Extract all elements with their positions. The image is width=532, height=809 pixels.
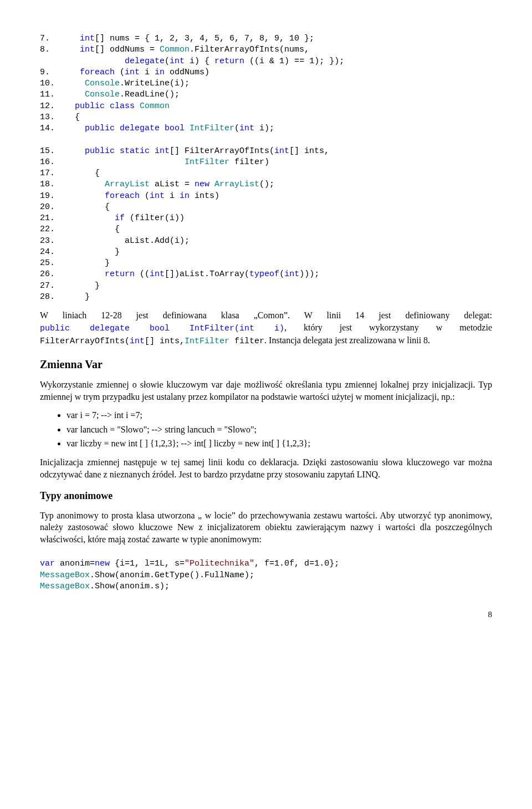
line-number: 18.: [40, 180, 60, 189]
code-token: .WriteLine(i);: [120, 79, 190, 88]
code-token: Console: [60, 90, 120, 99]
code-line: 24. }: [40, 247, 492, 258]
line-number: 11.: [40, 90, 60, 99]
paragraph-var-2: Inicjalizacja zmiennej następuje w tej s…: [40, 456, 492, 480]
line-number: 17.: [40, 169, 60, 178]
code-token: int: [60, 34, 95, 43]
paragraph-var-1: Wykorzystanie zmiennej o słowie kluczowy…: [40, 379, 492, 403]
code-line: 13. {: [40, 112, 492, 123]
code-line: 19. foreach (int i in ints): [40, 191, 492, 202]
code-token: public static int: [60, 146, 170, 156]
code-token: .FilterArrayOfInts(nums,: [190, 45, 309, 54]
code-token: {i=1, l=1L, s=: [110, 559, 185, 568]
code-line: var anonim=new {i=1, l=1L, s="Politechni…: [40, 558, 492, 569]
code-token: {: [60, 225, 120, 234]
code-token: return: [214, 57, 244, 66]
code-token: [209, 180, 214, 189]
code-line: 21. if (filter(i)): [40, 213, 492, 224]
code-line: 8. int[] oddNums = Common.FilterArrayOfI…: [40, 44, 492, 55]
page-number: 8: [40, 609, 492, 620]
code-token: "Politechnika": [185, 559, 254, 568]
text: , który jest wykorzystany w metodzie: [284, 323, 492, 332]
code-token: MessageBox: [40, 582, 90, 591]
code-token: (: [165, 57, 170, 66]
code-token: {: [60, 113, 80, 122]
code-token: public class: [60, 101, 140, 111]
code-line: 16. IntFilter filter): [40, 157, 492, 168]
code-line: 18. ArrayList aList = new ArrayList();: [40, 179, 492, 190]
line-number: 13.: [40, 113, 60, 122]
code-token: typeof: [249, 269, 279, 279]
code-token: Console: [60, 79, 120, 88]
code-token: IntFilter: [60, 157, 229, 167]
code-line: 11. Console.ReadLine();: [40, 89, 492, 100]
line-number: 20.: [40, 202, 60, 212]
code-line: 15. public static int[] FilterArrayOfInt…: [40, 146, 492, 157]
list-item: var liczby = new int [ ] {1,2,3}; --> in…: [66, 437, 492, 450]
line-number: 10.: [40, 79, 60, 88]
code-line: 22. {: [40, 224, 492, 235]
code-block: var anonim=new {i=1, l=1L, s="Politechni…: [40, 558, 492, 592]
line-number: [40, 57, 60, 66]
code-token: Common: [160, 45, 190, 54]
inline-code: FilterArrayOfInts(: [40, 337, 130, 346]
code-token: i);: [254, 124, 274, 133]
code-token: in: [180, 191, 190, 201]
code-line: 23. aList.Add(i);: [40, 236, 492, 247]
code-token: (: [115, 68, 125, 77]
code-token: (: [234, 124, 239, 133]
code-line: MessageBox.Show(anonim.s);: [40, 581, 492, 592]
code-token: int: [274, 146, 289, 156]
code-token: int: [170, 57, 185, 66]
inline-code: public delegate bool IntFilter(int i): [40, 324, 284, 333]
code-token: var: [40, 559, 55, 568]
code-token: ();: [259, 180, 274, 189]
inline-code: int: [130, 337, 145, 346]
code-token: delegate: [60, 57, 165, 66]
text: W liniach 12-28 jest definiowana klasa „…: [40, 311, 492, 320]
code-token: , f=1.0f, d=1.0};: [254, 559, 339, 568]
code-token: .Show(anonim.GetType().FullName);: [90, 571, 254, 580]
line-number: 27.: [40, 281, 60, 291]
line-number: 8.: [40, 45, 60, 54]
code-token: {: [60, 169, 100, 178]
code-token: MessageBox: [40, 571, 90, 580]
line-number: 15.: [40, 146, 60, 156]
code-token: return: [60, 269, 135, 279]
code-token: anonim=: [55, 559, 95, 568]
code-token: foreach: [60, 191, 140, 201]
code-token: ((: [135, 269, 150, 279]
paragraph-delegate-desc: W liniach 12-28 jest definiowana klasa „…: [40, 309, 492, 347]
code-token: [] nums = { 1, 2, 3, 4, 5, 6, 7, 8, 9, 1…: [95, 34, 314, 43]
code-token: {: [60, 202, 110, 212]
code-line: 27. }: [40, 281, 492, 292]
line-number: 14.: [40, 124, 60, 133]
code-token: ints): [190, 191, 219, 201]
line-number: 19.: [40, 191, 60, 201]
bullet-list: var i = 7; --> int i =7; var lancuch = "…: [40, 409, 492, 450]
code-token: .ReadLine();: [120, 90, 180, 99]
code-token: aList.Add(i);: [60, 236, 190, 246]
inline-code: filter: [229, 337, 264, 346]
code-line: 20. {: [40, 202, 492, 213]
list-item: var lancuch = "Slowo"; --> string lancuc…: [66, 424, 492, 436]
line-number: 21.: [40, 213, 60, 223]
line-number: 7.: [40, 34, 60, 43]
code-line: [40, 134, 492, 145]
code-token: }: [60, 292, 90, 302]
inline-code: IntFilter: [185, 337, 229, 346]
code-token: int: [150, 269, 165, 279]
code-line: 9. foreach (int i in oddNums): [40, 67, 492, 78]
code-line: 14. public delegate bool IntFilter(int i…: [40, 123, 492, 134]
code-token: ((i & 1) == 1); });: [244, 57, 344, 66]
code-token: (: [279, 269, 284, 279]
code-token: oddNums): [165, 68, 209, 77]
code-token: int: [60, 45, 95, 54]
code-token: aList =: [150, 180, 195, 189]
code-line: MessageBox.Show(anonim.GetType().FullNam…: [40, 570, 492, 581]
code-line: 26. return ((int[])aList.ToArray(typeof(…: [40, 269, 492, 280]
code-token: new: [95, 559, 110, 568]
code-line: 10. Console.WriteLine(i);: [40, 78, 492, 89]
text: Wykorzystanie zmiennej o słowie kluczowy…: [40, 380, 492, 401]
code-token: if: [60, 213, 125, 223]
